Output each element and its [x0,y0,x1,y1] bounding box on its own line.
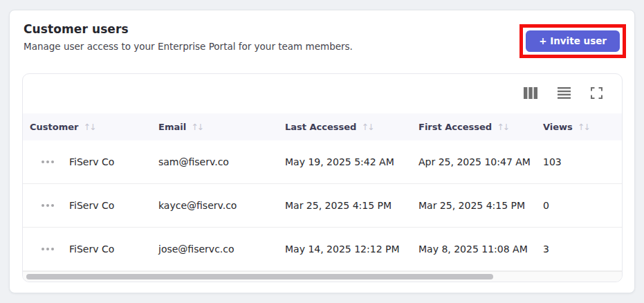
annotation-highlight: + Invite user [519,24,626,58]
sort-icon[interactable]: ↑↓ [578,122,589,132]
cell-views: 0 [536,200,622,211]
row-density-button[interactable] [556,86,572,102]
table-toolbar [23,74,622,113]
cell-customer: FiServ Co [23,156,151,167]
customer-users-card: Customer users Manage user access to you… [9,10,635,293]
header-cell-email[interactable]: Email ↑↓ [151,122,278,132]
header-cell-last-accessed[interactable]: Last Accessed ↑↓ [278,122,412,132]
fullscreen-icon [591,87,602,101]
row-menu-button[interactable] [42,158,54,166]
header-label: Last Accessed [285,122,356,132]
cell-first-accessed: Apr 25, 2025 10:47 AM [412,156,536,167]
page-title: Customer users [24,22,353,36]
invite-user-button[interactable]: + Invite user [526,30,620,52]
title-block: Customer users Manage user access to you… [24,22,353,52]
header-label: Views [543,122,573,132]
row-density-icon [558,87,571,101]
customer-name: FiServ Co [69,156,114,167]
cell-email: sam@fiserv.co [151,156,278,167]
scrollbar-thumb[interactable] [26,274,493,279]
sort-icon[interactable]: ↑↓ [191,122,203,132]
column-visibility-button[interactable] [522,86,539,102]
column-visibility-icon [524,87,537,101]
row-menu-button[interactable] [42,201,54,210]
table-header-row: Customer ↑↓ Email ↑↓ Last Accessed ↑↓ Fi… [23,113,622,140]
cell-views: 103 [536,156,622,167]
card-header: Customer users Manage user access to you… [10,10,634,58]
header-label: First Accessed [418,122,492,132]
table-row: FiServ Co kayce@fiserv.co Mar 25, 2025 4… [23,184,622,228]
sort-icon[interactable]: ↑↓ [497,122,508,132]
header-cell-views[interactable]: Views ↑↓ [536,122,622,132]
customer-name: FiServ Co [69,200,114,211]
fullscreen-button[interactable] [589,86,604,102]
page: { "card": { "title": "Customer users", "… [0,0,644,303]
header-label: Email [158,122,186,132]
cell-customer: FiServ Co [23,200,151,211]
header-cell-customer[interactable]: Customer ↑↓ [23,122,151,132]
cell-views: 3 [536,244,622,255]
sort-icon[interactable]: ↑↓ [361,122,373,132]
row-menu-button[interactable] [42,245,54,253]
cell-last-accessed: Mar 25, 2025 4:15 PM [278,200,412,211]
cell-first-accessed: May 8, 2025 11:08 AM [412,244,536,255]
cell-last-accessed: May 14, 2025 12:12 PM [278,244,412,255]
horizontal-scrollbar[interactable] [23,271,622,282]
table-row: FiServ Co jose@fiservc.co May 14, 2025 1… [23,228,622,271]
table-row: FiServ Co sam@fiserv.co May 19, 2025 5:4… [23,140,622,184]
cell-email: kayce@fiserv.co [151,200,278,211]
header-cell-first-accessed[interactable]: First Accessed ↑↓ [412,122,536,132]
page-subtitle: Manage user access to your Enterprise Po… [24,41,353,52]
cell-first-accessed: Mar 25, 2025 4:15 PM [412,200,536,211]
customer-name: FiServ Co [69,244,114,255]
sort-icon[interactable]: ↑↓ [83,122,95,132]
cell-last-accessed: May 19, 2025 5:42 AM [278,156,412,167]
cell-customer: FiServ Co [23,244,151,255]
users-table-container: Customer ↑↓ Email ↑↓ Last Accessed ↑↓ Fi… [22,73,623,282]
cell-email: jose@fiservc.co [151,244,278,255]
header-label: Customer [30,122,78,132]
